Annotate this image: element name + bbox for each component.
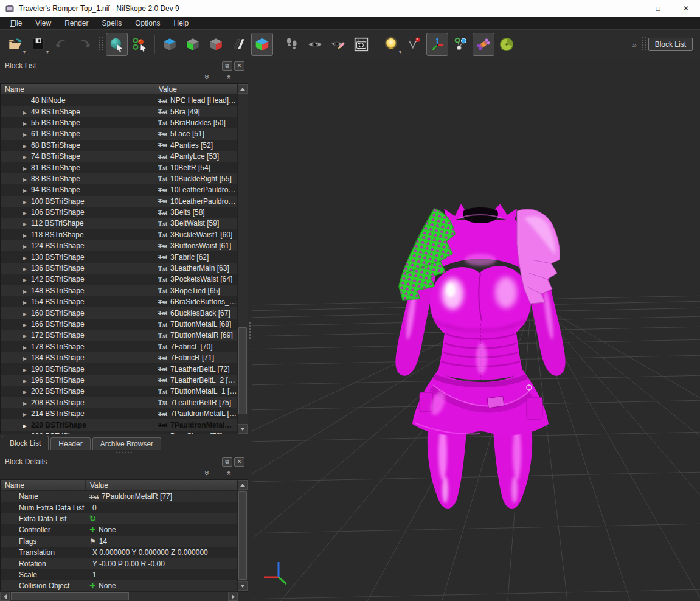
expander-icon[interactable] bbox=[1, 331, 31, 339]
window-control-button[interactable]: — bbox=[616, 0, 644, 17]
view-front-button[interactable] bbox=[182, 33, 204, 56]
expander-icon[interactable] bbox=[1, 253, 31, 262]
show-nodes-button[interactable] bbox=[449, 33, 471, 56]
table-row[interactable]: 55 BSTriShape 5BraBuckles [50] bbox=[1, 117, 237, 128]
expander-icon[interactable] bbox=[1, 175, 31, 183]
block-list-vertical-scrollbar[interactable] bbox=[237, 84, 248, 434]
column-header-name[interactable]: Name bbox=[1, 84, 154, 94]
scroll-right-icon[interactable] bbox=[228, 592, 238, 601]
viewport-canvas[interactable] bbox=[252, 59, 700, 601]
redo-button[interactable] bbox=[74, 33, 95, 56]
expander-icon[interactable] bbox=[1, 219, 31, 228]
table-row[interactable]: 142 BSTriShape 3PocketsWaist [64] bbox=[1, 274, 237, 285]
table-row[interactable]: Controller None bbox=[1, 524, 237, 535]
view-top-button[interactable] bbox=[159, 33, 181, 56]
edit-eye-button[interactable] bbox=[327, 33, 349, 56]
table-row[interactable]: Name 7PauldronMetalR [77] bbox=[1, 491, 237, 502]
table-row[interactable]: 226 BSTriShape BaseShape [78] bbox=[1, 431, 237, 434]
block-list-toggle-button[interactable]: Block List bbox=[648, 38, 693, 51]
table-row[interactable]: 100 BSTriShape 10LeatherPauldron... bbox=[1, 196, 237, 207]
show-axes-button[interactable] bbox=[426, 33, 448, 56]
table-row[interactable]: Scale 1 bbox=[1, 569, 237, 580]
table-row[interactable]: Collision Object None bbox=[1, 580, 237, 591]
table-row[interactable]: 220 BSTriShape 7PauldronMetalR [77] bbox=[1, 419, 237, 430]
table-row[interactable]: Num Extra Data List 0 bbox=[1, 502, 237, 513]
table-row[interactable]: 184 BSTriShape 7FabricR [71] bbox=[1, 352, 237, 363]
expander-icon[interactable] bbox=[1, 208, 31, 217]
table-row[interactable]: Translation X 0.000000 Y 0.000000 Z 0.00… bbox=[1, 547, 237, 558]
expander-icon[interactable] bbox=[1, 309, 31, 318]
menu-item[interactable]: Spells bbox=[95, 18, 129, 29]
table-row[interactable]: 214 BSTriShape 7PauldronMetalL [76] bbox=[1, 408, 237, 419]
toolbar-overflow-chevron[interactable]: » bbox=[632, 40, 636, 49]
menu-item[interactable]: Help bbox=[167, 18, 196, 29]
table-row[interactable]: 88 BSTriShape 10BuckleRight [55] bbox=[1, 173, 237, 184]
table-row[interactable]: 68 BSTriShape 4Panties [52] bbox=[1, 140, 237, 151]
dock-splitter[interactable] bbox=[0, 450, 248, 455]
chevron-double-up-icon[interactable]: » bbox=[223, 463, 233, 484]
scrollbar-thumb[interactable] bbox=[238, 491, 247, 580]
expander-icon[interactable] bbox=[1, 130, 31, 138]
viewport-3d[interactable] bbox=[252, 59, 700, 601]
walk-button[interactable] bbox=[281, 33, 303, 56]
screenshot-button[interactable] bbox=[350, 33, 372, 56]
table-row[interactable]: 196 BSTriShape 7LeatherBeltL_2 [73] bbox=[1, 375, 237, 386]
table-row[interactable]: 148 BSTriShape 3RopeTied [65] bbox=[1, 285, 237, 296]
chevron-double-down-icon[interactable]: » bbox=[203, 463, 212, 484]
expander-icon[interactable] bbox=[1, 164, 31, 172]
expander-icon[interactable] bbox=[1, 231, 31, 239]
expander-icon[interactable] bbox=[1, 421, 31, 429]
table-row[interactable]: 74 BSTriShape 4PantyLce [53] bbox=[1, 151, 237, 162]
table-row[interactable]: 190 BSTriShape 7LeatherBeltL [72] bbox=[1, 363, 237, 374]
table-row[interactable]: 208 BSTriShape 7LeatherBeltR [75] bbox=[1, 397, 237, 408]
expander-icon[interactable] bbox=[1, 264, 31, 273]
expander-icon[interactable] bbox=[1, 342, 31, 351]
expander-icon[interactable] bbox=[1, 287, 31, 295]
menu-item[interactable]: File bbox=[4, 18, 29, 29]
table-row[interactable]: 61 BSTriShape 5Lace [51] bbox=[1, 128, 237, 139]
block-details-vertical-scrollbar[interactable] bbox=[237, 480, 248, 591]
expander-icon[interactable] bbox=[1, 353, 31, 362]
table-row[interactable]: 81 BSTriShape 10BeltR [54] bbox=[1, 162, 237, 173]
scroll-down-icon[interactable] bbox=[238, 424, 248, 434]
expander-icon[interactable] bbox=[1, 119, 31, 127]
scrollbar-thumb[interactable] bbox=[11, 592, 129, 600]
table-row[interactable]: 166 BSTriShape 7ButtonMetalL [68] bbox=[1, 319, 237, 330]
table-row[interactable]: 49 BSTriShape 5Bra [49] bbox=[1, 106, 237, 117]
expander-icon[interactable] bbox=[1, 186, 31, 194]
toolbar-drag-handle[interactable] bbox=[642, 36, 646, 52]
column-header-name[interactable]: Name bbox=[1, 480, 86, 490]
scroll-up-icon[interactable] bbox=[238, 480, 248, 490]
dock-tab[interactable]: Archive Browser bbox=[92, 437, 161, 450]
table-row[interactable]: 160 BSTriShape 6BucklesBack [67] bbox=[1, 307, 237, 318]
window-control-button[interactable]: ✕ bbox=[672, 0, 700, 17]
animation-button[interactable] bbox=[496, 33, 518, 56]
menu-item[interactable]: Render bbox=[58, 18, 95, 29]
table-row[interactable]: 154 BSTriShape 6BraSideButtons_1 [... bbox=[1, 296, 237, 307]
menu-item[interactable]: Options bbox=[128, 18, 167, 29]
select-object-button[interactable] bbox=[106, 33, 128, 56]
table-row[interactable]: 172 BSTriShape 7ButtonMetalR [69] bbox=[1, 330, 237, 341]
table-row[interactable]: 178 BSTriShape 7FabricL [70] bbox=[1, 341, 237, 352]
table-row[interactable]: 94 BSTriShape 10LeatherPauldron... bbox=[1, 184, 237, 195]
scroll-up-icon[interactable] bbox=[238, 84, 248, 94]
block-details-horizontal-scrollbar[interactable] bbox=[0, 591, 248, 601]
table-row[interactable]: Flags 14 bbox=[1, 536, 237, 547]
view-side-button[interactable] bbox=[205, 33, 227, 56]
expander-icon[interactable] bbox=[1, 432, 31, 434]
expander-icon[interactable] bbox=[1, 141, 31, 150]
table-row[interactable]: 202 BSTriShape 7ButtonMetalL_1 [74] bbox=[1, 386, 237, 397]
toolbar-drag-handle[interactable] bbox=[99, 36, 103, 52]
save-button[interactable]: ▾ bbox=[27, 33, 49, 56]
close-panel-icon[interactable]: ✕ bbox=[234, 61, 244, 71]
open-button[interactable]: ▾ bbox=[4, 33, 26, 56]
dock-tab[interactable]: Header bbox=[50, 437, 90, 450]
expander-icon[interactable] bbox=[1, 365, 31, 373]
expander-icon[interactable] bbox=[1, 320, 31, 328]
table-row[interactable]: Extra Data List bbox=[1, 513, 237, 524]
close-panel-icon[interactable]: ✕ bbox=[234, 457, 244, 467]
menu-item[interactable]: View bbox=[29, 18, 58, 29]
table-row[interactable]: 112 BSTriShape 3BeltWaist [59] bbox=[1, 218, 237, 229]
expander-icon[interactable] bbox=[1, 398, 31, 407]
table-row[interactable]: 136 BSTriShape 3LeatherMain [63] bbox=[1, 263, 237, 274]
